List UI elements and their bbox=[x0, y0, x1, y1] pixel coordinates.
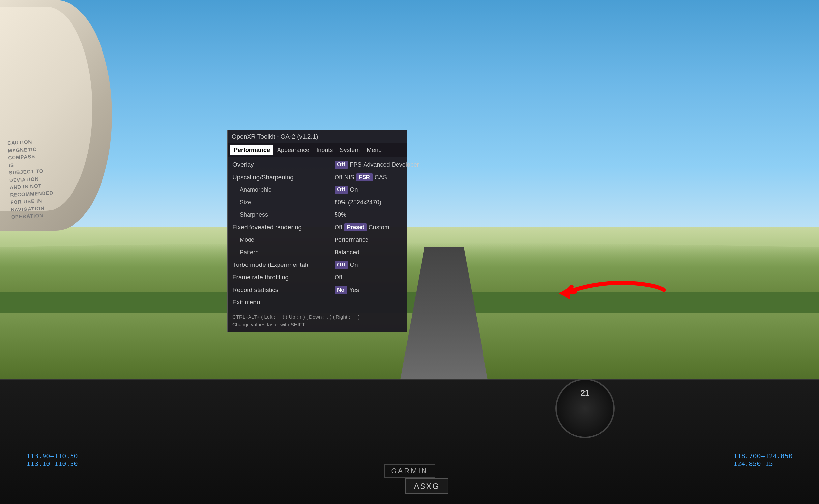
foveated-preset-badge[interactable]: Preset bbox=[344, 223, 367, 231]
anamorphic-on[interactable]: On bbox=[350, 186, 358, 193]
tab-performance[interactable]: Performance bbox=[230, 145, 273, 155]
sharpness-value[interactable]: 50% bbox=[334, 211, 346, 218]
row-foveated: Fixed foveated rendering Off Preset Cust… bbox=[228, 221, 407, 234]
freq-display-right: 118.700→124.850 124.850 15 bbox=[733, 452, 793, 468]
label-anamorphic: Anamorphic bbox=[232, 186, 334, 193]
footer-line1: CTRL+ALT+ ( Left : ← ) ( Up : ↑ ) ( Down… bbox=[232, 313, 402, 321]
label-mode: Mode bbox=[232, 237, 334, 243]
row-anamorphic: Anamorphic Off On bbox=[228, 183, 407, 196]
row-framerate: Frame rate throttling Off bbox=[228, 271, 407, 284]
turbo-off-badge[interactable]: Off bbox=[334, 261, 348, 269]
hills bbox=[0, 243, 819, 292]
toolkit-panel: OpenXR Toolkit - GA-2 (v1.2.1) Performan… bbox=[227, 130, 407, 332]
anamorphic-off-badge[interactable]: Off bbox=[334, 186, 348, 194]
label-record-stats: Record statistics bbox=[232, 286, 334, 294]
footer-line2: Change values faster with SHIFT bbox=[232, 321, 402, 329]
label-exit-menu[interactable]: Exit menu bbox=[232, 299, 334, 306]
value-size[interactable]: 80% (2524x2470) bbox=[334, 199, 402, 206]
label-upscaling: Upscaling/Sharpening bbox=[232, 174, 334, 181]
value-overlay[interactable]: Off FPS Advanced Developer bbox=[334, 161, 419, 169]
row-mode: Mode Performance bbox=[228, 234, 407, 246]
turbo-on[interactable]: On bbox=[350, 262, 358, 268]
background-scene: CAUTION MAGNETIC COMPASS IS SUBJECT TO D… bbox=[0, 0, 819, 504]
label-turbo: Turbo mode (Experimental) bbox=[232, 261, 334, 268]
label-overlay: Overlay bbox=[232, 161, 334, 168]
label-foveated: Fixed foveated rendering bbox=[232, 224, 334, 231]
foveated-off[interactable]: Off bbox=[334, 224, 342, 231]
dashboard: 113.90→110.50 113.10 110.30 118.700→124.… bbox=[0, 379, 819, 504]
tab-system[interactable]: System bbox=[336, 145, 363, 155]
size-value[interactable]: 80% (2524x2470) bbox=[334, 199, 381, 206]
row-exit-menu[interactable]: Exit menu bbox=[228, 296, 407, 309]
value-pattern[interactable]: Balanced bbox=[334, 249, 402, 256]
value-mode[interactable]: Performance bbox=[334, 237, 402, 243]
label-pattern: Pattern bbox=[232, 249, 334, 256]
freq-display-left: 113.90→110.50 113.10 110.30 bbox=[26, 452, 78, 468]
panel-content: Overlay Off FPS Advanced Developer Upsca… bbox=[228, 157, 407, 310]
tab-inputs[interactable]: Inputs bbox=[313, 145, 336, 155]
panel-title: OpenXR Toolkit - GA-2 (v1.2.1) bbox=[228, 130, 407, 143]
panel-footer: CTRL+ALT+ ( Left : ← ) ( Up : ↑ ) ( Down… bbox=[228, 310, 407, 332]
foveated-custom[interactable]: Custom bbox=[369, 224, 389, 231]
label-framerate: Frame rate throttling bbox=[232, 274, 334, 281]
upscaling-nis[interactable]: NIS bbox=[344, 174, 354, 181]
tab-appearance[interactable]: Appearance bbox=[274, 145, 312, 155]
record-stats-no-badge[interactable]: No bbox=[334, 286, 347, 294]
overlay-fps[interactable]: FPS bbox=[350, 161, 361, 168]
overlay-advanced[interactable]: Advanced bbox=[363, 161, 390, 168]
row-upscaling: Upscaling/Sharpening Off NIS FSR CAS bbox=[228, 171, 407, 183]
label-size: Size bbox=[232, 199, 334, 206]
value-foveated[interactable]: Off Preset Custom bbox=[334, 223, 402, 231]
record-stats-yes[interactable]: Yes bbox=[349, 287, 359, 294]
value-upscaling[interactable]: Off NIS FSR CAS bbox=[334, 173, 402, 181]
pattern-value[interactable]: Balanced bbox=[334, 249, 359, 256]
value-anamorphic[interactable]: Off On bbox=[334, 186, 402, 194]
label-sharpness: Sharpness bbox=[232, 211, 334, 218]
upscaling-fsr-badge[interactable]: FSR bbox=[356, 173, 373, 181]
overlay-developer[interactable]: Developer bbox=[392, 161, 419, 168]
cockpit-warning-text: CAUTION MAGNETIC COMPASS IS SUBJECT TO D… bbox=[7, 137, 55, 221]
mode-value[interactable]: Performance bbox=[334, 237, 368, 243]
compass-instrument bbox=[555, 379, 615, 438]
value-turbo[interactable]: Off On bbox=[334, 261, 402, 269]
row-size: Size 80% (2524x2470) bbox=[228, 196, 407, 209]
row-sharpness: Sharpness 50% bbox=[228, 209, 407, 221]
value-sharpness[interactable]: 50% bbox=[334, 211, 402, 218]
value-framerate[interactable]: Off bbox=[334, 274, 402, 281]
row-record-stats: Record statistics No Yes bbox=[228, 284, 407, 296]
panel-nav: Performance Appearance Inputs System Men… bbox=[228, 143, 407, 157]
value-record-stats[interactable]: No Yes bbox=[334, 286, 402, 294]
framerate-value[interactable]: Off bbox=[334, 274, 342, 281]
asxg-label: ASXG bbox=[405, 478, 448, 494]
row-pattern: Pattern Balanced bbox=[228, 246, 407, 259]
upscaling-off[interactable]: Off bbox=[334, 174, 342, 181]
garmin-label: GARMIN bbox=[384, 464, 436, 478]
row-overlay: Overlay Off FPS Advanced Developer bbox=[228, 158, 407, 171]
tab-menu[interactable]: Menu bbox=[363, 145, 385, 155]
overlay-off-badge[interactable]: Off bbox=[334, 161, 348, 169]
upscaling-cas[interactable]: CAS bbox=[375, 174, 387, 181]
row-turbo: Turbo mode (Experimental) Off On bbox=[228, 259, 407, 271]
